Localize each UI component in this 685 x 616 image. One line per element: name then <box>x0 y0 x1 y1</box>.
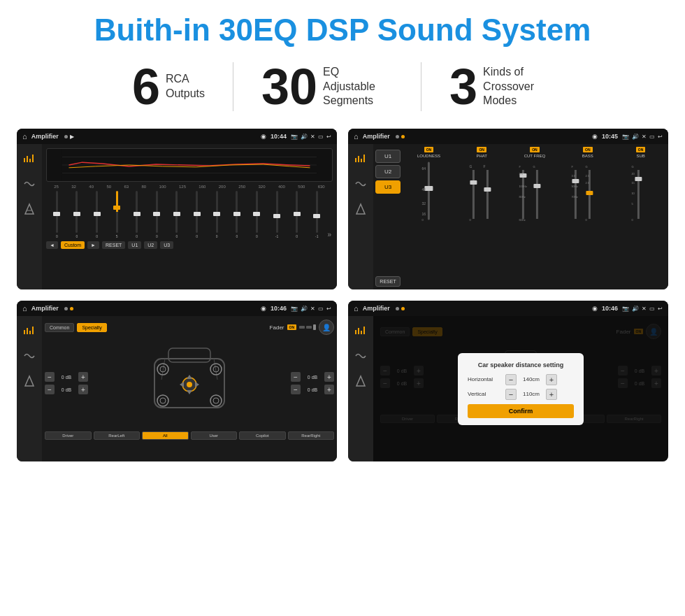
eq-sidebar-icon-3[interactable] <box>20 200 38 218</box>
eq-u2-btn[interactable]: U2 <box>144 241 157 249</box>
dlg-minimize-icon: ▭ <box>649 306 655 312</box>
cx-rearleft-btn[interactable]: RearLeft <box>94 431 140 440</box>
eq-sliders-row: 0 0 0 5 0 0 0 0 0 0 0 -1 0 -1 » <box>46 191 333 238</box>
dlg-sidebar-icon-1[interactable] <box>352 322 370 340</box>
eq-slider-2[interactable]: 0 <box>68 191 87 238</box>
dsp-sidebar-icon-3[interactable] <box>352 200 370 218</box>
vol-plus-3[interactable]: + <box>324 372 334 382</box>
svg-text:3.0: 3.0 <box>572 174 576 178</box>
vol-plus-4[interactable]: + <box>324 385 334 394</box>
svg-text:20: 20 <box>632 172 635 176</box>
fader-label: Fader <box>270 324 284 331</box>
dsp-presets: U1 U2 U3 RESET <box>375 147 401 287</box>
cx-user-btn[interactable]: User <box>191 431 238 440</box>
cx-right-vol: − 0 dB + − 0 dB + <box>291 338 334 429</box>
vol-plus-2[interactable]: + <box>78 385 88 394</box>
eq-sidebar-icon-1[interactable] <box>20 150 38 168</box>
dialog-status-bar: ⌂ Amplifier ◉ 10:46 📷 🔊 ✕ ▭ ↩ <box>348 301 668 316</box>
eq-slider-12[interactable]: -1 <box>268 191 287 238</box>
dsp-screen-panel: ⌂ Amplifier ◉ 10:45 📷 🔊 ✕ ▭ ↩ <box>348 129 668 289</box>
svg-marker-4 <box>25 204 34 214</box>
vol-minus-2[interactable]: − <box>45 385 55 394</box>
dsp-u3-btn[interactable]: U3 <box>375 180 401 194</box>
expand-icon[interactable]: » <box>328 231 332 238</box>
dsp-u1-btn[interactable]: U1 <box>375 150 401 163</box>
eq-slider-7[interactable]: 0 <box>168 191 187 238</box>
eq-slider-8[interactable]: 0 <box>187 191 206 238</box>
stat-eq: 30 EQ Adjustable Segments <box>233 62 421 112</box>
cx-status-bar: ⌂ Amplifier ◉ 10:46 📷 🔊 ✕ ▭ ↩ <box>17 301 337 316</box>
svg-text:0: 0 <box>586 218 588 222</box>
eq-next-btn[interactable]: ► <box>87 241 99 249</box>
svg-text:60Hz: 60Hz <box>519 218 525 222</box>
svg-text:64: 64 <box>421 166 426 171</box>
dlg-close-icon: ✕ <box>642 306 647 312</box>
svg-text:G: G <box>533 165 535 169</box>
stat-label-crossover: Kinds of Crossover Modes <box>483 65 553 108</box>
stat-number-eq: 30 <box>261 62 317 112</box>
dsp-reset-btn[interactable]: RESET <box>375 276 401 287</box>
eq-slider-3[interactable]: 0 <box>87 191 106 238</box>
dsp-back-icon: ↩ <box>658 134 663 140</box>
cx-driver-btn[interactable]: Driver <box>45 431 92 440</box>
eq-slider-6[interactable]: 0 <box>147 191 166 238</box>
eq-slider-11[interactable]: 0 <box>247 191 266 238</box>
dialog-horizontal-label: Horizontal <box>468 376 503 382</box>
eq-app-name: Amplifier <box>31 133 59 140</box>
eq-u3-btn[interactable]: U3 <box>160 241 173 249</box>
eq-slider-5[interactable]: 0 <box>127 191 146 238</box>
dlg-sidebar-icon-2[interactable] <box>352 347 370 365</box>
svg-line-68 <box>161 359 165 380</box>
dialog-vertical-plus[interactable]: + <box>546 389 557 400</box>
svg-text:G: G <box>586 165 588 169</box>
dlg-sidebar-icon-3[interactable] <box>352 372 370 390</box>
dlg-home-icon: ⌂ <box>354 304 359 313</box>
vol-plus-1[interactable]: + <box>78 372 88 382</box>
dsp-status-bar: ⌂ Amplifier ◉ 10:45 📷 🔊 ✕ ▭ ↩ <box>348 129 668 144</box>
eq-custom-btn[interactable]: Custom <box>61 241 85 249</box>
cx-copilot-btn[interactable]: Copilot <box>239 431 286 440</box>
svg-rect-70 <box>168 348 210 362</box>
svg-rect-44 <box>586 191 593 195</box>
play-dot-icon: ▶ <box>70 134 74 140</box>
eq-slider-10[interactable]: 0 <box>227 191 246 238</box>
cx-time: 10:46 <box>271 305 287 312</box>
cx-common-tab[interactable]: Common <box>45 323 74 332</box>
eq-slider-9[interactable]: 0 <box>208 191 226 238</box>
vol-minus-1[interactable]: − <box>45 372 55 382</box>
eq-sidebar-icon-2[interactable] <box>20 175 38 193</box>
cx-volume-icon: 🔊 <box>301 306 308 312</box>
svg-point-77 <box>210 395 222 406</box>
stat-rca: 6 RCA Outputs <box>104 62 233 112</box>
stat-label-eq: EQ Adjustable Segments <box>323 65 393 108</box>
eq-slider-13[interactable]: 0 <box>287 191 306 238</box>
cx-sidebar-icon-2[interactable] <box>20 347 38 365</box>
dialog-horizontal-plus[interactable]: + <box>546 374 557 385</box>
cx-specialty-tab[interactable]: Specialty <box>77 323 106 332</box>
eq-screen-panel: ⌂ Amplifier ▶ ◉ 10:44 📷 🔊 ✕ ▭ ↩ <box>17 129 337 289</box>
user-icon-btn[interactable]: 👤 <box>319 320 334 335</box>
dlg-sidebar <box>348 316 373 461</box>
vol-minus-4[interactable]: − <box>291 385 301 394</box>
svg-rect-26 <box>470 180 477 185</box>
eq-prev-btn[interactable]: ◄ <box>46 241 58 249</box>
dsp-sidebar-icon-1[interactable] <box>352 150 370 168</box>
cx-all-btn[interactable]: All <box>142 431 189 440</box>
svg-marker-89 <box>356 376 365 386</box>
cx-rearright-btn[interactable]: RearRight <box>288 431 335 440</box>
dialog-horizontal-minus[interactable]: − <box>505 374 517 385</box>
eq-u1-btn[interactable]: U1 <box>128 241 141 249</box>
vol-value-3: 0 dB <box>303 375 322 380</box>
eq-slider-14[interactable]: -1 <box>308 191 326 238</box>
dialog-vertical-minus[interactable]: − <box>505 389 517 400</box>
eq-slider-1[interactable]: 0 <box>48 191 66 238</box>
dsp-sidebar-icon-2[interactable] <box>352 175 370 193</box>
vol-minus-3[interactable]: − <box>291 372 301 382</box>
dsp-volume-icon: 🔊 <box>632 134 639 140</box>
eq-reset-btn[interactable]: RESET <box>102 241 125 249</box>
dsp-u2-btn[interactable]: U2 <box>375 165 401 178</box>
cx-sidebar-icon-3[interactable] <box>20 372 38 390</box>
eq-slider-4[interactable]: 5 <box>108 191 127 238</box>
cx-sidebar-icon-1[interactable] <box>20 322 38 340</box>
confirm-button[interactable]: Confirm <box>468 404 574 418</box>
